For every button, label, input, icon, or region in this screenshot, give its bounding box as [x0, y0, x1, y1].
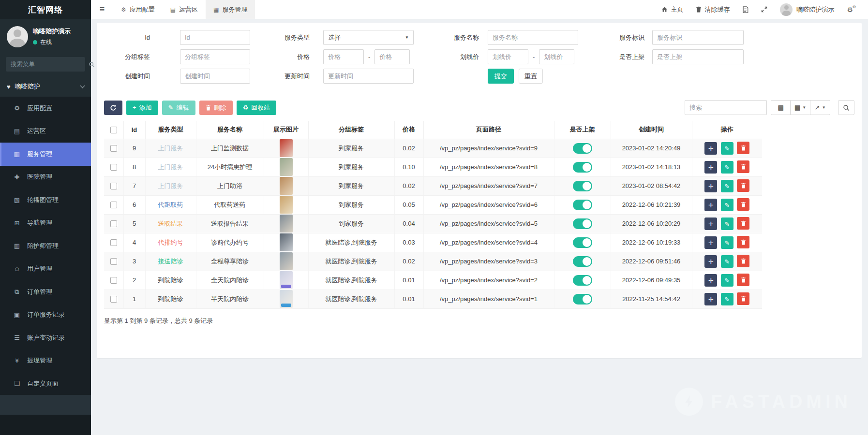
filter-servicecode-input[interactable] [652, 30, 744, 45]
select-all-header[interactable] [104, 121, 123, 139]
drag-sort-button[interactable]: ✛ [704, 142, 717, 155]
row-delete-button[interactable] [737, 198, 749, 211]
onsale-toggle[interactable] [573, 294, 592, 304]
add-button[interactable]: + 添加 [126, 101, 158, 115]
service-type-link[interactable]: 代跑取药 [158, 201, 183, 208]
sidebar-menu-item[interactable]: ☺ 用户管理 [0, 258, 91, 281]
sidebar-menu-item[interactable]: ▦ 服务管理 [0, 143, 91, 166]
drag-sort-button[interactable]: ✛ [704, 236, 717, 249]
sidebar-group-dida[interactable]: ♥ 嘀嗒陪护 [0, 76, 91, 97]
drag-sort-button[interactable]: ✛ [704, 218, 717, 230]
onsale-toggle[interactable] [573, 181, 592, 191]
filter-price-max-input[interactable] [374, 49, 410, 64]
drag-sort-button[interactable]: ✛ [704, 161, 717, 174]
service-thumbnail[interactable] [280, 215, 293, 232]
col-group-tag[interactable]: 分组标签 [308, 121, 394, 139]
home-button[interactable]: 主页 [655, 0, 689, 19]
col-actions[interactable]: 操作 [692, 121, 762, 139]
row-delete-button[interactable] [737, 236, 749, 248]
language-button[interactable] [736, 0, 755, 19]
row-edit-button[interactable]: ✎ [721, 255, 733, 268]
row-edit-button[interactable]: ✎ [721, 161, 733, 174]
sidebar-menu-item[interactable]: ¥ 提现管理 [0, 349, 91, 373]
row-edit-button[interactable]: ✎ [721, 236, 733, 249]
columns-button[interactable]: ▦▼ [791, 100, 810, 115]
service-type-link[interactable]: 送取结果 [158, 220, 183, 227]
search-toggle-button[interactable] [838, 100, 854, 115]
service-thumbnail[interactable] [280, 290, 293, 308]
row-delete-button[interactable] [737, 179, 749, 192]
service-thumbnail[interactable] [280, 271, 293, 289]
row-edit-button[interactable]: ✎ [721, 142, 733, 155]
service-type-link[interactable]: 到院陪诊 [158, 276, 183, 284]
sidebar-menu-item[interactable]: ⧉ 订单管理 [0, 280, 91, 304]
tab-operation-area[interactable]: ▤ 运营区 [163, 0, 206, 19]
row-checkbox[interactable] [110, 145, 117, 152]
row-delete-button[interactable] [737, 142, 749, 154]
menu-search-input[interactable] [11, 61, 89, 68]
edit-button[interactable]: ✎ 编辑 [162, 101, 195, 115]
filter-grouptag-input[interactable] [180, 49, 250, 64]
row-checkbox[interactable] [110, 239, 117, 246]
row-checkbox[interactable] [110, 296, 117, 303]
settings-button[interactable]: ⚙ [840, 0, 861, 19]
sidebar-menu-item[interactable]: ▥ 陪护师管理 [0, 234, 91, 258]
filter-lineprice-max-input[interactable] [539, 49, 574, 64]
sidebar-menu-item[interactable]: ▣ 订单服务记录 [0, 304, 91, 327]
drag-sort-button[interactable]: ✛ [704, 199, 717, 211]
row-edit-button[interactable]: ✎ [721, 293, 733, 305]
filter-id-input[interactable] [180, 30, 250, 45]
service-type-link[interactable]: 到院陪诊 [158, 295, 183, 303]
row-edit-button[interactable]: ✎ [721, 274, 733, 287]
service-thumbnail[interactable] [280, 196, 293, 214]
service-thumbnail[interactable] [280, 158, 293, 176]
sidebar-menu-item[interactable]: ⊞ 导航管理 [0, 212, 91, 235]
col-create-time[interactable]: 创建时间 [611, 121, 692, 139]
drag-sort-button[interactable]: ✛ [704, 255, 717, 268]
col-on-sale[interactable]: 是否上架 [554, 121, 611, 139]
detail-view-button[interactable]: ▤ [771, 100, 791, 115]
service-type-link[interactable]: 上门服务 [158, 163, 183, 171]
filter-reset-button[interactable]: 重置 [519, 69, 543, 84]
row-edit-button[interactable]: ✎ [721, 218, 733, 230]
row-checkbox[interactable] [110, 183, 117, 189]
service-type-link[interactable]: 上门服务 [158, 182, 183, 189]
row-checkbox[interactable] [110, 220, 117, 227]
app-logo[interactable]: 汇智网络 [0, 0, 91, 19]
sidebar-menu-item[interactable]: ✚ 医院管理 [0, 166, 91, 189]
filter-createtime-input[interactable] [180, 69, 250, 84]
service-thumbnail[interactable] [280, 252, 293, 270]
row-delete-button[interactable] [737, 217, 749, 230]
filter-lineprice-min-input[interactable] [488, 49, 528, 64]
col-id[interactable]: Id [123, 121, 145, 139]
sidebar-toggle-icon[interactable]: ≡ [91, 0, 113, 19]
onsale-toggle[interactable] [573, 256, 592, 267]
sidebar-menu-item[interactable]: ▤ 运营区 [0, 120, 91, 143]
filter-servicename-input[interactable] [488, 30, 578, 45]
row-delete-button[interactable] [737, 160, 749, 173]
onsale-toggle[interactable] [573, 275, 592, 286]
tab-service-management[interactable]: ▦ 服务管理 [206, 0, 255, 19]
service-thumbnail[interactable] [280, 139, 293, 157]
drag-sort-button[interactable]: ✛ [704, 180, 717, 192]
sidebar-menu-item[interactable]: ▧ 轮播图管理 [0, 188, 91, 212]
drag-sort-button[interactable]: ✛ [704, 293, 717, 305]
filter-updatetime-input[interactable] [323, 69, 414, 84]
row-checkbox[interactable] [110, 277, 117, 284]
row-edit-button[interactable]: ✎ [721, 199, 733, 211]
sidebar-menu-item[interactable]: ❏ 自定义页面 [0, 372, 91, 395]
navbar-user-menu[interactable]: 嘀嗒陪护演示 [774, 3, 840, 16]
drag-sort-button[interactable]: ✛ [704, 274, 717, 287]
filter-submit-button[interactable]: 提交 [488, 69, 514, 84]
row-checkbox[interactable] [110, 164, 117, 171]
filter-price-min-input[interactable] [323, 49, 364, 64]
col-price[interactable]: 价格 [394, 121, 423, 139]
service-type-link[interactable]: 上门服务 [158, 145, 183, 152]
onsale-toggle[interactable] [573, 200, 592, 210]
col-service-name[interactable]: 服务名称 [196, 121, 264, 139]
clear-cache-button[interactable]: 清除缓存 [689, 0, 736, 19]
row-checkbox[interactable] [110, 202, 117, 208]
fullscreen-button[interactable] [755, 0, 774, 19]
onsale-toggle[interactable] [573, 237, 592, 248]
refresh-button[interactable] [104, 101, 122, 115]
